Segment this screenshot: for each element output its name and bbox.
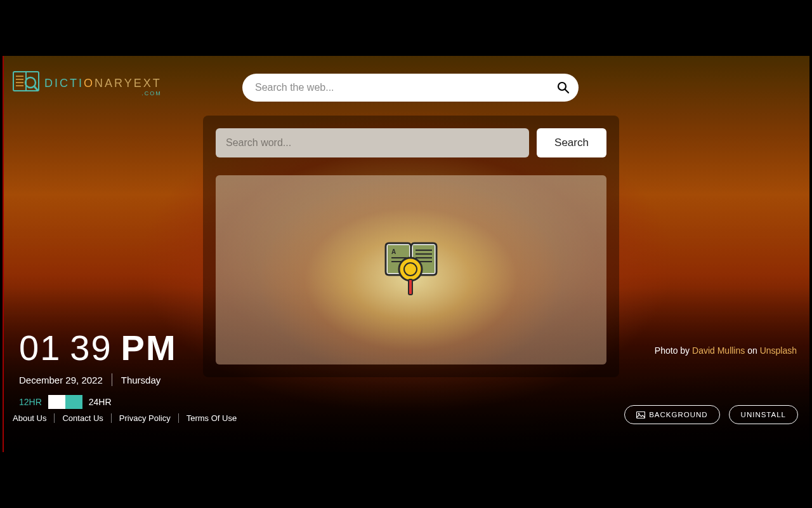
clock-time: 01 39 PM [19, 327, 177, 368]
footer-terms-link[interactable]: Terms Of Use [179, 413, 244, 423]
svg-rect-21 [409, 279, 412, 295]
clock-format-toggle[interactable] [48, 395, 82, 409]
credit-site-link[interactable]: Unsplash [760, 345, 797, 356]
dictionary-word-input[interactable] [216, 128, 529, 157]
web-search-bar[interactable] [242, 74, 579, 102]
footer-contact-link[interactable]: Contact Us [55, 413, 111, 423]
svg-line-9 [565, 90, 568, 93]
svg-point-20 [404, 263, 417, 276]
logo-text: DICTIONARYEXT .COM [44, 77, 162, 90]
uninstall-button[interactable]: UNINSTALL [729, 405, 798, 424]
footer-privacy-link[interactable]: Privacy Policy [112, 413, 179, 423]
clock-date: December 29, 2022 [19, 375, 103, 385]
image-icon [636, 411, 645, 418]
svg-line-7 [34, 86, 38, 91]
clock-minutes: 39 [70, 327, 112, 368]
dictionary-logo-icon [13, 71, 39, 95]
credit-middle: on [745, 345, 759, 356]
clock-date-row: December 29, 2022 Thursday [19, 373, 177, 386]
svg-point-8 [558, 83, 566, 90]
svg-rect-22 [637, 411, 645, 418]
background-button-label: BACKGROUND [649, 411, 707, 418]
dictionary-result-area: A [216, 175, 606, 364]
search-icon[interactable] [557, 81, 570, 94]
clock-24hr-label: 24HR [89, 397, 112, 407]
clock-widget: 01 39 PM December 29, 2022 Thursday 12HR… [19, 327, 177, 409]
clock-ampm: PM [121, 327, 177, 368]
web-search-input[interactable] [255, 82, 557, 93]
clock-12hr-label: 12HR [19, 397, 42, 407]
viewport: DICTIONARYEXT .COM Search A [3, 56, 809, 452]
dictionary-panel: Search A [203, 116, 619, 377]
dictionary-book-icon: A [383, 240, 440, 300]
toggle-knob [48, 395, 65, 409]
credit-prefix: Photo by [655, 345, 692, 356]
footer-about-link[interactable]: About Us [13, 413, 55, 423]
clock-weekday: Thursday [121, 375, 161, 385]
logo[interactable]: DICTIONARYEXT .COM [13, 71, 162, 95]
uninstall-button-label: UNINSTALL [741, 411, 786, 418]
clock-format-row: 12HR 24HR [19, 395, 177, 409]
date-divider [112, 373, 112, 386]
dictionary-search-button[interactable]: Search [537, 128, 606, 157]
footer-links: About Us Contact Us Privacy Policy Terms… [13, 413, 244, 423]
svg-point-6 [25, 77, 36, 88]
photo-credit: Photo by David Mullins on Unsplash [655, 345, 797, 356]
dictionary-search-row: Search [216, 128, 606, 157]
svg-text:A: A [391, 248, 396, 255]
logo-subtext: .COM [141, 90, 162, 97]
credit-author-link[interactable]: David Mullins [692, 345, 745, 356]
clock-hours: 01 [19, 327, 61, 368]
background-button[interactable]: BACKGROUND [624, 405, 719, 424]
bottom-buttons: BACKGROUND UNINSTALL [624, 405, 798, 424]
